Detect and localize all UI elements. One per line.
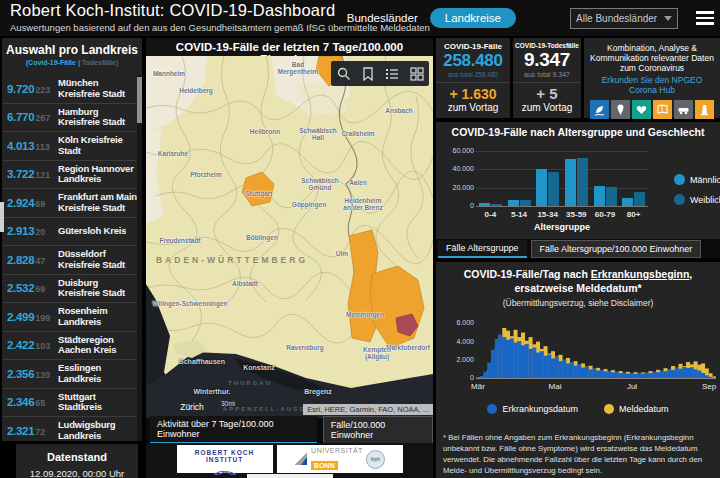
map-label: Konstanz (243, 364, 275, 371)
map-panel: COVID-19-Fälle der letzten 7 Tage/100.00… (146, 38, 433, 441)
map-label: Crailsheim (341, 130, 374, 137)
traffic-icon[interactable] (674, 100, 693, 119)
map-label: Ansbach (385, 107, 412, 114)
list-item[interactable]: 2.34665Stuttgart Stadtkreis (2, 388, 137, 417)
map-label: Heidenheim an der Brenz (343, 197, 382, 211)
uni-bonn-logo: UNIVERSITÄT BONN ihph (277, 445, 403, 473)
ihph-logo: ihph (366, 450, 385, 469)
map-label: Göppingen (292, 201, 326, 208)
bar-35-59-Männlich (565, 159, 576, 206)
bundesland-dropdown-value: Alle Bundesländer (576, 13, 657, 24)
cases-total: aus total 258.480 (436, 71, 510, 78)
lighthouse-icon[interactable] (695, 100, 714, 119)
cases-delta: + 1.630 (436, 83, 510, 102)
deaths-total: aus total 9.347 (513, 71, 581, 78)
rki-covid-dashboard: Robert Koch-Institut: COVID-19-Dashboard… (0, 0, 720, 478)
legend-weiblich: Weiblich (674, 194, 720, 205)
list-item[interactable]: 2.356120Esslingen Landkreis (2, 359, 137, 388)
health-heart-icon[interactable] (632, 100, 651, 119)
list-item[interactable]: 2.499199Rosenheim Landkreis (2, 302, 137, 331)
bar-80+-Weiblich (634, 192, 645, 206)
tab-faelle-altersgruppe-100k[interactable]: Fälle Altersgruppe/100.000 Einwohner (531, 240, 702, 258)
legend-dot-maennlich (674, 174, 685, 185)
bar-60-79-Weiblich (606, 187, 617, 206)
npgeo-link[interactable]: Erkunden Sie den NPGEO Corona Hub (588, 75, 716, 95)
map-label: 30mi (221, 400, 235, 407)
map-label: Freudenstadt (159, 237, 200, 244)
epi-chart-panel: COVID-19-Fälle/Tag nach Erkrankungsbegin… (436, 262, 720, 478)
map[interactable]: MannheimHeidelbergBad MergentheimAnsbach… (146, 56, 433, 418)
list-item[interactable]: 4.013113Köln Kreisfreie Stadt (2, 131, 137, 160)
cases-delta-label: zum Vortag (436, 102, 510, 113)
map-tab-faelle[interactable]: Fälle/100.000 Einwohner (323, 416, 433, 444)
list-item[interactable]: 9.720223München Kreisfreie Stadt (2, 75, 137, 103)
list-item[interactable]: 2.82847Düsseldorf Kreisfreie Stadt (2, 245, 137, 274)
search-icon[interactable] (337, 67, 351, 81)
map-label: BADEN-WÜRTTEMBERG (156, 255, 308, 265)
collapsed-panel-handle[interactable] (0, 202, 4, 232)
chevron-down-icon (664, 16, 672, 21)
header: Robert Koch-Institut: COVID-19-Dashboard… (0, 0, 720, 36)
map-label: Pforzheim (190, 171, 221, 178)
list-item[interactable]: 2.422103Städteregion Aachen Kreis (2, 331, 137, 360)
disclaimer-footnote: * Bei Fällen ohne Angaben zum Erkrankung… (443, 432, 713, 476)
bar-15-34-Weiblich (548, 172, 559, 206)
map-label: APPENZELL-AUSS (223, 406, 305, 412)
page-title: Robert Koch-Institut: COVID-19-Dashboard (10, 1, 335, 20)
toggle-bundeslaender[interactable]: Bundesländer (347, 12, 418, 24)
basemap-icon[interactable] (410, 67, 424, 81)
cases-panel: COVID-19-Fälle 258.480 aus total 258.480… (436, 38, 510, 118)
list-item[interactable]: 2.32172Ludwigsburg Landkreis (2, 416, 137, 441)
legend-dot-weiblich (674, 194, 685, 205)
scrollbar-thumb[interactable] (137, 77, 142, 123)
map-label: Stuttgart (245, 190, 272, 197)
map-label: Schwäbisch Hall (299, 127, 337, 141)
legend-icon[interactable] (385, 67, 399, 81)
list-item[interactable]: 6.770267Hamburg Kreisfreie Stadt (2, 103, 137, 132)
tab-faelle-altersgruppe[interactable]: Fälle Altersgruppe (438, 240, 527, 258)
scrollbar[interactable] (137, 75, 142, 441)
list-item[interactable]: 3.722121Region Hannover Landkreis (2, 160, 137, 189)
map-label: Bregenz (304, 388, 332, 395)
deaths-title: COVID-19-Todesfälle (513, 38, 581, 49)
toggle-landkreise[interactable]: Landkreise (430, 8, 516, 28)
map-label: Schwäbisch Gmünd (301, 177, 339, 191)
list-item[interactable]: 2.53269Duisburg Kreisfreie Stadt (2, 274, 137, 303)
map-label: Villingen-Schwenningen (153, 300, 228, 307)
npgeo-tiles (588, 100, 716, 119)
landkreis-panel: Auswahl pro Landkreis (Covid-19-Fälle | … (2, 38, 142, 441)
map-icon[interactable] (653, 100, 672, 119)
age-chart-panel: COVID-19-Fälle nach Altersgruppe und Ges… (436, 122, 720, 258)
location-pin-icon[interactable] (611, 100, 630, 119)
map-label: Aalen (349, 179, 367, 186)
list-item[interactable]: 2.92469Frankfurt am Main Kreisfreie Stad… (2, 188, 137, 217)
bookmark-icon[interactable] (362, 67, 374, 81)
map-label: Heidelberg (179, 87, 213, 94)
bundesland-dropdown[interactable]: Alle Bundesländer (570, 8, 678, 29)
menu-icon[interactable] (696, 11, 714, 25)
age-chart-xlabel: Altersgruppe (476, 222, 648, 232)
map-attribution: Esri, HERE, Garmin, FAO, NOAA, ... (303, 404, 433, 415)
list-item[interactable]: 2.91320Gütersloh Kreis (2, 217, 137, 246)
deaths-delta-label: zum Vortag (513, 102, 581, 113)
partial-logo (247, 474, 333, 478)
datenstand-title: Datenstand (16, 444, 138, 463)
epi-chart-plot (476, 318, 716, 379)
map-label: Kempten (Allgäu) (363, 346, 391, 360)
map-label: Karlsruhe (158, 150, 188, 157)
map-label: Ulm (336, 250, 348, 257)
bar-60-79-Männlich (594, 186, 605, 206)
uni-bonn-emblem-icon (294, 452, 308, 466)
map-label: Winterthur. (194, 388, 231, 395)
epi-chart-subtitle: (Übermittlungsverzug, siehe Disclaimer) (436, 295, 720, 308)
npgeo-text: Kombination, Analyse & Kommunikation rel… (588, 43, 716, 73)
datenstand-value: 12.09.2020, 00:00 Uhr (16, 463, 138, 478)
landkreis-list: 9.720223München Kreisfreie Stadt6.770267… (2, 75, 137, 441)
map-toolbar (331, 61, 429, 86)
map-label: Ravensburg (286, 344, 324, 351)
npgeo-panel: Kombination, Analyse & Kommunikation rel… (584, 38, 720, 118)
map-tab-aktivitaet[interactable]: Aktivität über 7 Tage/100.000 Einwohner (150, 416, 317, 444)
plant-hand-icon[interactable] (590, 100, 609, 119)
datenstand-panel: Datenstand 12.09.2020, 00:00 Uhr (16, 444, 138, 478)
bar-80+-Männlich (622, 198, 633, 206)
